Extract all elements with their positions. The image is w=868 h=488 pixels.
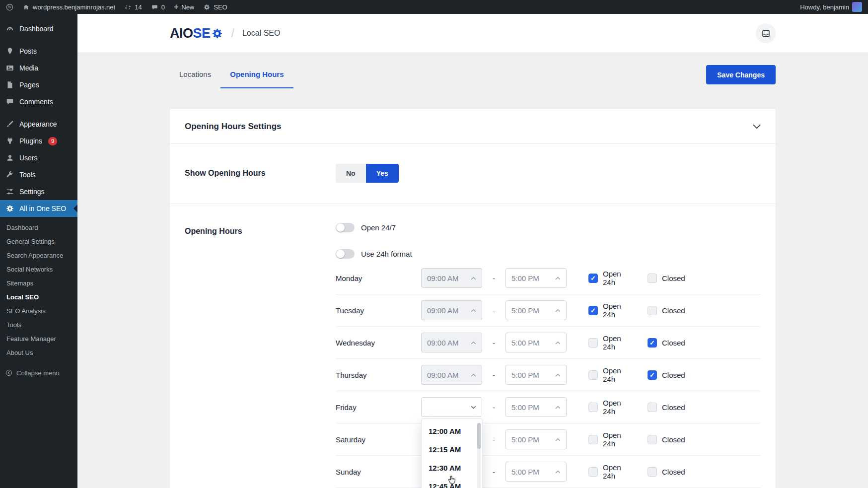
save-changes-button[interactable]: Save Changes (706, 65, 776, 84)
checkbox[interactable] (588, 467, 598, 477)
tab-opening-hours[interactable]: Opening Hours (220, 61, 293, 88)
chevron-up-icon (555, 277, 561, 280)
sidebar-item-pages[interactable]: Pages (0, 76, 77, 93)
wednesday-closed-checkbox-group[interactable]: Closed (648, 338, 685, 348)
checkbox[interactable] (648, 435, 657, 444)
thursday-open-24h-checkbox-group[interactable]: Open 24h (588, 366, 635, 383)
saturday-open-24h-checkbox-group[interactable]: Open 24h (588, 431, 635, 448)
tab-locations[interactable]: Locations (170, 61, 220, 88)
submenu-item-dashboard[interactable]: Dashboard (0, 220, 77, 234)
submenu-item-social-networks[interactable]: Social Networks (0, 262, 77, 276)
wordpress-logo-icon: W (6, 3, 13, 11)
checkbox-label: Open 24h (603, 270, 635, 286)
sidebar-item-plugins[interactable]: Plugins 9 (0, 133, 77, 149)
monday-open-24h-checkbox-group[interactable]: Open 24h (588, 270, 635, 286)
submenu-item-sitemaps[interactable]: Sitemaps (0, 276, 77, 290)
checkbox[interactable] (588, 435, 598, 444)
day-name: Monday (336, 274, 421, 282)
new-content-menu[interactable]: + New (174, 3, 194, 11)
sidebar-item-posts[interactable]: Posts (0, 43, 77, 60)
comments-menu[interactable]: 0 (151, 3, 165, 11)
monday-closed-checkbox-group[interactable]: Closed (648, 274, 685, 283)
chevron-up-icon (555, 470, 561, 474)
submenu-item-general-settings[interactable]: General Settings (0, 234, 77, 248)
notifications-inbox-button[interactable] (756, 23, 776, 43)
time-option-12-15-am[interactable]: 12:15 AM (422, 440, 482, 459)
saturday-closed-checkbox-group[interactable]: Closed (648, 435, 685, 444)
submenu-label: About Us (6, 349, 33, 356)
checkbox-label: Closed (662, 274, 685, 282)
sidebar-item-appearance[interactable]: Appearance (0, 116, 77, 133)
friday-end-time-select[interactable]: 5:00 PM (506, 397, 567, 417)
updates-icon (124, 3, 132, 11)
updates-menu[interactable]: 14 (124, 3, 142, 11)
submenu-item-about-us[interactable]: About Us (0, 346, 77, 359)
menu-separator (0, 110, 77, 116)
checkbox[interactable] (648, 467, 657, 477)
sidebar-item-users[interactable]: Users (0, 149, 77, 166)
thursday-start-time-select[interactable]: 09:00 AM (421, 365, 482, 385)
tuesday-open-24h-checkbox-group[interactable]: Open 24h (588, 302, 635, 319)
monday-end-time-select[interactable]: 5:00 PM (506, 268, 567, 288)
sidebar-item-comments[interactable]: Comments (0, 93, 77, 110)
select-value: 5:00 PM (511, 435, 539, 444)
use-24h-toggle[interactable] (336, 249, 355, 259)
site-name-link[interactable]: wordpress.benjaminrojas.net (22, 3, 115, 11)
dropdown-scrollbar-thumb[interactable] (477, 423, 481, 449)
sidebar-item-settings[interactable]: Settings (0, 183, 77, 200)
tuesday-closed-checkbox-group[interactable]: Closed (648, 306, 685, 315)
checkbox[interactable] (648, 370, 657, 380)
chevron-down-icon[interactable] (753, 124, 761, 129)
select-value: 5:00 PM (511, 371, 539, 379)
wednesday-open-24h-checkbox-group[interactable]: Open 24h (588, 334, 635, 351)
checkbox[interactable] (648, 306, 657, 315)
sidebar-item-media[interactable]: Media (0, 60, 77, 76)
plugins-update-badge: 9 (48, 137, 57, 145)
account-menu[interactable]: Howdy, benjamin (800, 2, 862, 12)
checkbox[interactable] (588, 370, 598, 380)
checkbox[interactable] (588, 274, 598, 283)
sunday-closed-checkbox-group[interactable]: Closed (648, 467, 685, 477)
submenu-item-local-seo[interactable]: Local SEO (0, 290, 77, 304)
sidebar-item-all-in-one-seo[interactable]: All in One SEO (0, 200, 77, 217)
collapse-menu-button[interactable]: Collapse menu (0, 365, 77, 380)
checkbox[interactable] (588, 338, 598, 348)
checkbox[interactable] (648, 403, 657, 412)
friday-open-24h-checkbox-group[interactable]: Open 24h (588, 399, 635, 416)
sidebar-item-label: All in One SEO (19, 205, 66, 212)
submenu-item-feature-manager[interactable]: Feature Manager (0, 332, 77, 346)
submenu-item-search-appearance[interactable]: Search Appearance (0, 248, 77, 262)
dropdown-scrollbar-track[interactable] (477, 423, 481, 488)
friday-start-time-select-open[interactable] (421, 397, 482, 417)
thursday-end-time-select[interactable]: 5:00 PM (506, 365, 567, 385)
submenu-item-tools[interactable]: Tools (0, 318, 77, 332)
sunday-end-time-select[interactable]: 5:00 PM (506, 462, 567, 482)
time-option-12-00-am[interactable]: 12:00 AM (422, 422, 482, 440)
checkbox-label: Closed (662, 403, 685, 412)
sidebar-item-label: Settings (19, 188, 45, 196)
seo-menu[interactable]: SEO (203, 3, 227, 11)
saturday-end-time-select[interactable]: 5:00 PM (506, 429, 567, 449)
sidebar-item-tools[interactable]: Tools (0, 166, 77, 183)
wp-logo-menu[interactable]: W (6, 3, 13, 11)
wednesday-end-time-select[interactable]: 5:00 PM (506, 333, 567, 352)
thursday-closed-checkbox-group[interactable]: Closed (648, 370, 685, 380)
checkbox[interactable] (648, 338, 657, 348)
card-header[interactable]: Opening Hours Settings (170, 109, 776, 144)
yes-button[interactable]: Yes (366, 164, 399, 183)
sidebar-item-dashboard[interactable]: Dashboard (0, 20, 77, 37)
friday-closed-checkbox-group[interactable]: Closed (648, 403, 685, 412)
use-24h-label: Use 24h format (361, 250, 412, 258)
checkbox[interactable] (648, 274, 657, 283)
monday-start-time-select[interactable]: 09:00 AM (421, 268, 482, 288)
wednesday-start-time-select[interactable]: 09:00 AM (421, 333, 482, 352)
sidebar-item-label: Posts (19, 47, 37, 55)
submenu-item-seo-analysis[interactable]: SEO Analysis (0, 304, 77, 318)
tuesday-start-time-select[interactable]: 09:00 AM (421, 300, 482, 320)
sunday-open-24h-checkbox-group[interactable]: Open 24h (588, 463, 635, 480)
checkbox[interactable] (588, 306, 598, 315)
checkbox[interactable] (588, 403, 598, 412)
tuesday-end-time-select[interactable]: 5:00 PM (506, 300, 567, 320)
open-247-toggle[interactable] (336, 223, 355, 232)
no-button[interactable]: No (336, 164, 366, 183)
